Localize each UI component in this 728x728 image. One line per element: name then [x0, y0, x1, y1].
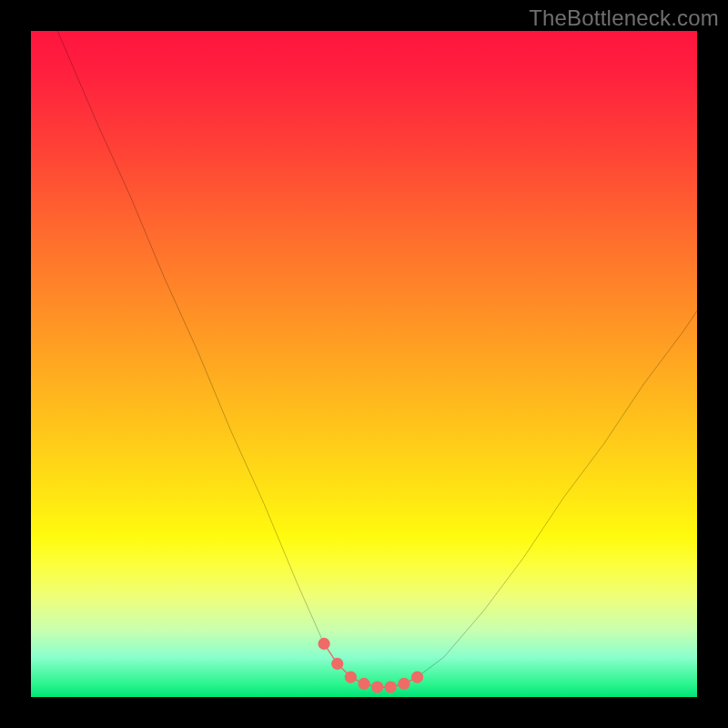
- svg-point-0: [318, 638, 329, 650]
- svg-point-3: [358, 678, 369, 690]
- watermark-text: TheBottleneck.com: [529, 5, 719, 31]
- bottleneck-curve: [57, 31, 697, 687]
- highlight-dots: [318, 638, 423, 693]
- chart-frame: TheBottleneck.com: [0, 0, 728, 728]
- svg-point-7: [411, 671, 423, 682]
- svg-point-6: [398, 678, 410, 690]
- svg-point-5: [385, 681, 397, 693]
- svg-point-2: [345, 671, 357, 682]
- curve-layer: [31, 31, 697, 697]
- plot-area: [31, 31, 697, 697]
- svg-point-1: [331, 658, 343, 670]
- svg-point-4: [371, 681, 383, 693]
